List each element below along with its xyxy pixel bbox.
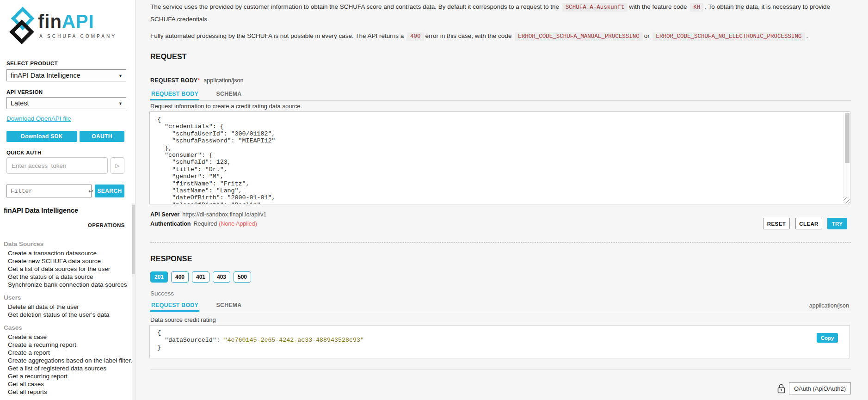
footer-auth: OAuth (ApiOAuth2)	[777, 382, 851, 394]
sidebar-operation-link[interactable]: Synchronize bank connection data sources	[0, 281, 129, 289]
inline-code: KH	[690, 3, 703, 12]
sidebar-scrollbar-thumb[interactable]	[132, 205, 135, 274]
inline-code: SCHUFA A-Auskunft	[562, 3, 628, 12]
nav-section: UsersDelete all data of the userGet dele…	[0, 294, 129, 319]
tab-response-schema[interactable]: SCHEMA	[215, 302, 242, 312]
sidebar-operation-link[interactable]: Get all reports	[0, 388, 129, 396]
auth-status: (None Applied)	[219, 221, 257, 227]
play-icon: ▷	[116, 163, 119, 168]
run-auth-button[interactable]: ▷	[111, 157, 124, 174]
sidebar-operation-link[interactable]: Get a recurring report	[0, 372, 129, 380]
nav-section-title: Cases	[0, 324, 129, 332]
filter-input[interactable]	[11, 188, 88, 195]
quick-auth-label: QUICK AUTH	[6, 150, 42, 155]
response-json: { "dataSourceId": "4e760145-2e65-4242-ac…	[150, 326, 850, 355]
sidebar-scrollbar[interactable]	[132, 203, 135, 400]
inline-code: ERROR_CODE_SCHUFA_MANUAL_PROCESSING	[515, 32, 643, 41]
inline-code: 400	[407, 32, 424, 41]
required-asterisk: *	[197, 77, 200, 84]
operations-label: OPERATIONS	[88, 222, 125, 228]
request-body-json[interactable]: { "credentials": { "schufaUserId": "300/…	[150, 112, 850, 204]
inline-code: ERROR_CODE_SCHUFA_NO_ELECTRONIC_PROCESSI…	[653, 32, 805, 41]
editor-scrollbar-thumb[interactable]	[845, 113, 850, 163]
operations-nav: Data SourcesCreate a transaction datasou…	[0, 240, 129, 396]
section-divider	[150, 242, 851, 243]
tab-request-body[interactable]: REQUEST BODY	[150, 91, 199, 100]
brand-tagline: A SCHUFA COMPANY	[39, 34, 117, 39]
nav-section: CasesCreate a caseCreate a recurring rep…	[0, 324, 129, 396]
sidebar-operation-link[interactable]: Create a case	[0, 333, 129, 341]
finapi-logo: finAPI A SCHUFA COMPANY	[0, 0, 129, 51]
request-description: Request information to create a credit r…	[150, 103, 302, 110]
logo-diamond-black-icon	[9, 19, 34, 44]
request-body-editor[interactable]: { "credentials": { "schufaUserId": "300/…	[149, 111, 850, 204]
response-status-text: Success	[150, 290, 174, 297]
brand-text: finAPI	[38, 11, 94, 32]
version-select[interactable]: Latest ▼	[6, 97, 126, 109]
intro-paragraph-2: Fully automated processing by the SCHUFA…	[150, 30, 848, 43]
response-description: Data source credit rating	[150, 316, 216, 323]
status-pill-403[interactable]: 403	[213, 271, 230, 283]
sidebar-operation-link[interactable]: Create new SCHUFA data source	[0, 257, 129, 265]
reset-button[interactable]: RESET	[763, 218, 790, 229]
clear-button[interactable]: CLEAR	[795, 218, 822, 229]
download-sdk-button[interactable]: Download SDK	[6, 131, 77, 142]
sidebar: finAPI A SCHUFA COMPANY SELECT PRODUCT f…	[0, 0, 135, 400]
editor-scrollbar[interactable]	[843, 112, 850, 204]
response-tabbar: REQUEST BODY SCHEMA application/json	[150, 301, 851, 312]
footer-divider	[150, 369, 851, 370]
request-content-type: application/json	[203, 77, 243, 84]
sidebar-operation-link[interactable]: Create a report	[0, 349, 129, 357]
request-tabbar: REQUEST BODY SCHEMA	[150, 89, 851, 101]
oauth-scheme-chip[interactable]: OAuth (ApiOAuth2)	[789, 382, 851, 394]
select-product-label: SELECT PRODUCT	[6, 61, 58, 66]
tab-schema[interactable]: SCHEMA	[215, 91, 242, 100]
status-pill-401[interactable]: 401	[192, 271, 209, 283]
status-pill-400[interactable]: 400	[171, 271, 189, 283]
try-button[interactable]: TRY	[827, 218, 847, 229]
sidebar-operation-link[interactable]: Create a recurring report	[0, 341, 129, 349]
api-server-row: API Serverhttps://di-sandbox.finapi.io/a…	[150, 211, 266, 218]
sidebar-operation-link[interactable]: Delete all data of the user	[0, 303, 129, 311]
json-key: "dataSourceId"	[157, 337, 216, 344]
product-title: finAPI Data Intelligence	[4, 207, 78, 214]
nav-section-title: Data Sources	[0, 240, 129, 248]
filter-field: ↩	[6, 185, 92, 197]
sidebar-operation-link[interactable]: Get the status of a data source	[0, 273, 129, 281]
response-code-block: { "dataSourceId": "4e760145-2e65-4242-ac…	[149, 325, 850, 358]
product-select[interactable]: finAPI Data Intelligence ▼	[6, 69, 126, 81]
download-openapi-link[interactable]: Download OpenAPI file	[6, 115, 71, 122]
nav-section: Data SourcesCreate a transaction datasou…	[0, 240, 129, 289]
json-string-value: "4e760145-2e65-4242-ac33-488943528c93"	[224, 337, 364, 344]
intro-paragraph-1: The service uses the provided by custome…	[150, 1, 848, 25]
main-content: The service uses the provided by custome…	[136, 0, 868, 400]
nav-section-title: Users	[0, 294, 129, 302]
copy-button[interactable]: Copy	[817, 333, 838, 343]
sidebar-operation-link[interactable]: Create aggregations based on the label f…	[0, 357, 129, 364]
request-body-label: REQUEST BODY*application/json	[150, 77, 243, 84]
oauth-button[interactable]: OAUTH	[80, 131, 124, 142]
sidebar-operation-link[interactable]: Create a transaction datasource	[0, 249, 129, 257]
access-token-input[interactable]	[6, 157, 108, 174]
sidebar-operation-link[interactable]: Get a list of registered data sources	[0, 364, 129, 372]
tab-response-request-body[interactable]: REQUEST BODY	[150, 302, 199, 312]
return-key-icon: ↩	[88, 188, 93, 195]
lock-icon	[777, 384, 785, 394]
response-heading: RESPONSE	[150, 255, 192, 263]
chevron-down-icon: ▼	[118, 74, 123, 78]
sidebar-operation-link[interactable]: Get deletion status of the user's data	[0, 311, 129, 319]
chevron-down-icon: ▼	[118, 101, 123, 106]
product-select-value: finAPI Data Intelligence	[11, 72, 80, 79]
response-content-type: application/json	[809, 302, 849, 309]
api-docs-page: finAPI A SCHUFA COMPANY SELECT PRODUCT f…	[0, 0, 868, 400]
sidebar-operation-link[interactable]: Get a list of data sources for the user	[0, 265, 129, 273]
sidebar-operation-link[interactable]: Get all cases	[0, 380, 129, 388]
api-version-label: API VERSION	[6, 89, 43, 95]
authentication-row: AuthenticationRequired(None Applied)	[150, 221, 257, 227]
version-select-value: Latest	[11, 99, 29, 107]
api-server-url: https://di-sandbox.finapi.io/api/v1	[182, 211, 266, 218]
status-pill-201[interactable]: 201	[150, 271, 168, 283]
status-pill-500[interactable]: 500	[234, 271, 251, 283]
resize-handle-icon[interactable]	[843, 197, 850, 203]
search-button[interactable]: SEARCH	[95, 185, 124, 197]
